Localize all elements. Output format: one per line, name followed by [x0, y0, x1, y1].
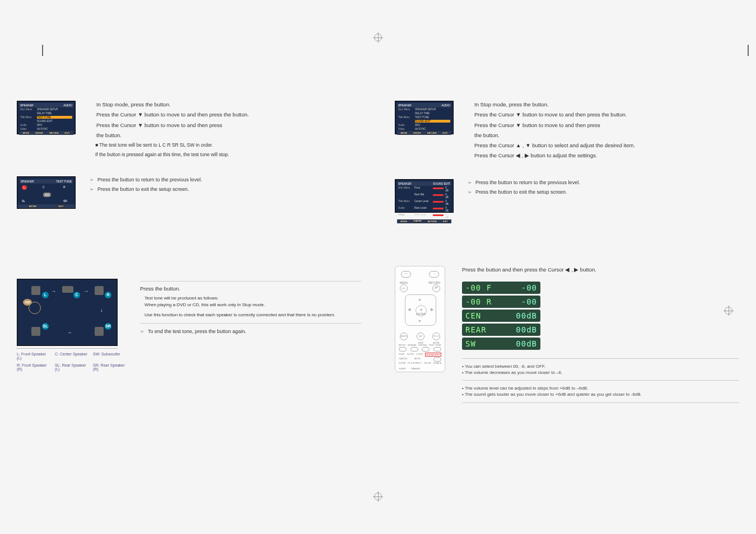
- step-5: Press the Cursor ◀ , ▶ button to adjust …: [468, 152, 739, 160]
- menu-screenshot-audio: SPEAKER AUDIO Disc MenuSPEAKER SETUP DEL…: [395, 101, 454, 134]
- speaker-sr-icon: SR: [105, 323, 111, 330]
- speaker-c-icon: C: [73, 292, 80, 298]
- sub-note-1: ■ The test tone will be sent to L C R SR…: [95, 142, 361, 149]
- step-2: Press the Cursor ▼ button to move to and…: [468, 111, 739, 119]
- speaker-layout-diagram: L C R SW SL SR → → ↓ ←: [17, 279, 118, 346]
- speaker-l-icon: L: [42, 292, 49, 298]
- arrow-icon: ←: [68, 330, 73, 335]
- step-2: Press the Cursor ▼ button to move to and…: [90, 111, 361, 119]
- menu-title-right: AUDIO: [63, 104, 72, 107]
- speaker-sl-icon: SL: [42, 323, 49, 330]
- test-tone-desc3: Use this function to check that each spe…: [144, 312, 361, 318]
- test-tone-screenshot: SPEAKER TEST TONE L C R SW SL SR ENTER E…: [17, 176, 76, 209]
- exit-note: Press the button to exit the setup scree…: [90, 186, 361, 194]
- note-levels: • The volume level can be adjusted in st…: [462, 380, 739, 402]
- right-arrow-icon: ▶: [431, 307, 433, 312]
- right-page: SPEAKER AUDIO Disc MenuSPEAKER SETUP DEL…: [378, 0, 756, 534]
- step-3b: the button.: [90, 132, 361, 139]
- step-1: In Stop mode, press the button.: [90, 101, 361, 109]
- exit-note: Press the button to exit the setup scree…: [468, 189, 739, 196]
- lcd-front: -00 F-00: [462, 282, 540, 294]
- crop-mark: [42, 45, 43, 56]
- return-note: Press the button to return to the previo…: [90, 176, 361, 184]
- step-3: Press the Cursor ▼ button to move to and…: [468, 121, 739, 129]
- left-arrow-icon: ◀: [408, 307, 410, 312]
- step-3b: the button.: [468, 132, 739, 139]
- speaker-legend: L: Front Speaker (L) C: Center Speaker S…: [17, 352, 129, 360]
- note-front-rear: • You can select between 00, -6, and OFF…: [462, 358, 739, 376]
- end-test-tone: To end the test tone, press the button a…: [140, 328, 361, 336]
- speaker-legend-row2: R: Front Speaker (R) SL: Rear Speaker (L…: [17, 363, 129, 371]
- chevron-down-icon: ⌄: [429, 271, 439, 278]
- down-arrow-icon: ▼: [418, 319, 422, 323]
- sound-edit-screenshot: SPEAKER SOUND EDIT Disc MenuFront0 dB Re…: [395, 179, 454, 213]
- test-tone-desc1: Test tone will be produced as follows:: [144, 295, 361, 302]
- return-note: Press the button to return to the previo…: [468, 179, 739, 187]
- sub-note-2: If the button is pressed again at this t…: [95, 151, 361, 158]
- speaker-r-icon: R: [105, 292, 111, 298]
- lcd-cen: CEN00dB: [462, 310, 540, 322]
- lcd-rear: REAR00dB: [462, 324, 540, 336]
- arrow-icon: →: [51, 288, 56, 294]
- remote-control-diagram: — ⌄ MENU RETURN ▭ ↶ ▲ ▼ ◀ ▶ ⊕ENTER INFO: [395, 266, 445, 372]
- menu-title-left: SPEAKER: [20, 104, 34, 107]
- menu-screenshot: SPEAKER AUDIO Disc MenuSPEAKER SETUP DEL…: [17, 101, 76, 134]
- lcd-sw: SW00dB: [462, 338, 540, 350]
- lcd-rear-bal: -00 R-00: [462, 296, 540, 308]
- step-3: Press the Cursor ▼ button to move to and…: [90, 121, 361, 129]
- press-test-tone: Press the button.: [140, 285, 361, 293]
- arrow-icon: →: [83, 288, 88, 294]
- left-page: SPEAKER AUDIO Disc MenuSPEAKER SETUP DEL…: [0, 0, 378, 534]
- arrow-icon: ↓: [100, 307, 103, 313]
- press-sound-edit: Press the button and then press the Curs…: [462, 266, 739, 274]
- step-1: In Stop mode, press the button.: [468, 101, 739, 109]
- step-4: Press the Cursor ▲ , ▼ button to select …: [468, 142, 739, 149]
- test-tone-desc2: When playing a DVD or CD, this will work…: [144, 302, 361, 308]
- up-arrow-icon: ▲: [418, 297, 422, 301]
- crop-mark: [748, 45, 749, 56]
- enter-button: ⊕ENTER: [416, 305, 427, 316]
